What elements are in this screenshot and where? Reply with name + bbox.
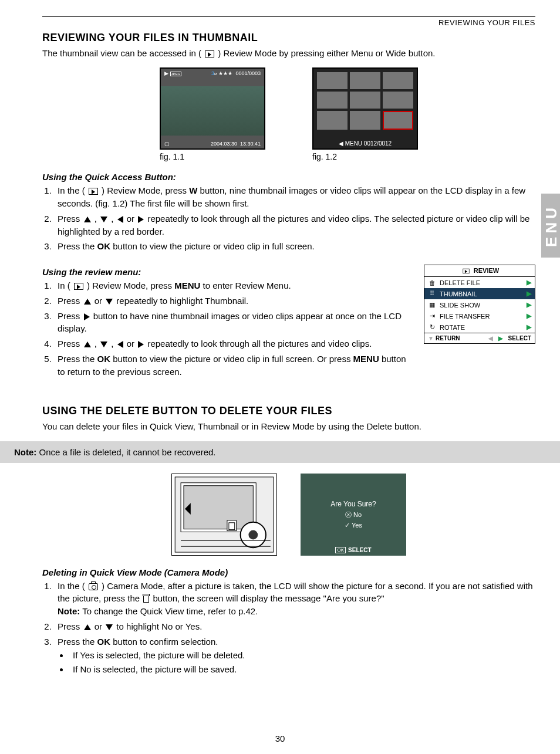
up-icon <box>84 624 91 630</box>
section-intro: The thumbnail view can be accessed in ( … <box>42 48 535 59</box>
step: In the ( ) Camera Mode, after a picture … <box>54 580 535 618</box>
figure-1-1: ▶ JPEG 3M ★★★ 0001/0003 ▢ 2004:03:30 13:… <box>160 67 265 150</box>
up-icon <box>84 299 91 305</box>
left-icon <box>117 341 123 348</box>
down-icon <box>106 299 113 305</box>
down-icon <box>100 217 107 222</box>
svg-rect-6 <box>227 520 237 530</box>
figure-caption-1-2: fig. 1.2 <box>312 152 418 161</box>
play-icon <box>74 283 83 290</box>
step: Press button to have nine thumbnail imag… <box>54 310 412 336</box>
delete-figures: Are You Sure? ⓧ No ✓ Yes OKSELECT <box>42 474 535 556</box>
figure-caption-1-1: fig. 1.1 <box>160 152 265 161</box>
step: Press or to highlight No or Yes. <box>54 620 535 633</box>
section-title-delete: USING THE DELETE BUTTON TO DELETE YOUR F… <box>42 405 535 417</box>
steps-quick-access: In the ( ) Review Mode, press W button, … <box>42 184 535 253</box>
page-number: 30 <box>0 733 560 743</box>
up-icon <box>84 217 91 222</box>
camera-icon <box>89 583 98 590</box>
section-title-thumbnail: REVIEWING YOUR FILES IN THUMBNAIL <box>42 32 535 44</box>
review-menu-item: ⠿THUMBNAIL▶ <box>424 288 535 299</box>
running-head: REVIEWING YOUR FILES <box>42 16 535 27</box>
play-icon <box>205 50 214 58</box>
left-icon <box>117 216 123 223</box>
note-bar: Note: Once a file is deleted, it cannot … <box>0 441 560 463</box>
step: Press the OK button to view the picture … <box>54 353 412 378</box>
review-menu-title: REVIEW <box>424 265 535 277</box>
step: In ( ) Review Mode, press MENU to enter … <box>54 279 412 292</box>
trash-icon <box>143 596 149 603</box>
review-menu-item: 🗑DELETE FILE▶ <box>424 277 535 288</box>
right-icon <box>138 216 144 223</box>
review-menu-item: ↻ROTATE▶ <box>424 322 535 333</box>
step: Press the OK button to view the picture … <box>54 240 535 253</box>
subhead-quick-access: Using the Quick Access Button: <box>42 172 535 182</box>
language-tab: ENU <box>541 194 560 258</box>
down-icon <box>106 624 113 630</box>
bullet: If Yes is selected, the picture will be … <box>69 649 535 662</box>
review-menu-item: ⇥FILE TRANSFER▶ <box>424 310 535 322</box>
up-icon <box>84 342 91 347</box>
step: Press the OK button to confirm selection… <box>54 635 535 676</box>
subhead-deleting-quickview: Deleting in Quick View Mode (Camera Mode… <box>42 567 535 577</box>
figure-row-1: ▶ JPEG 3M ★★★ 0001/0003 ▢ 2004:03:30 13:… <box>42 67 535 161</box>
steps-deleting: In the ( ) Camera Mode, after a picture … <box>42 580 535 676</box>
play-icon <box>89 188 98 195</box>
figure-1-2: ◀ MENU 0012/0012 <box>312 67 418 150</box>
right-icon <box>84 313 90 320</box>
steps-review-menu: In ( ) Review Mode, press MENU to enter … <box>42 279 412 378</box>
subhead-review-menu: Using the review menu: <box>42 267 412 277</box>
camera-body-figure <box>171 474 277 556</box>
step: Press , , or repeatedly to look through … <box>54 337 412 350</box>
bullet: If No is selected, the picture will be s… <box>69 663 535 676</box>
section2-intro: You can delete your files in Quick View,… <box>42 421 535 432</box>
right-icon <box>138 341 144 348</box>
down-icon <box>100 342 107 347</box>
review-menu-box: REVIEW 🗑DELETE FILE▶⠿THUMBNAIL▶▦SLIDE SH… <box>424 265 535 344</box>
step: In the ( ) Review Mode, press W button, … <box>54 184 535 210</box>
svg-point-4 <box>248 530 258 539</box>
step: Press or repeatedly to highlight Thumbna… <box>54 295 412 307</box>
svg-rect-2 <box>184 485 253 529</box>
confirm-dialog-figure: Are You Sure? ⓧ No ✓ Yes OKSELECT <box>301 474 406 556</box>
review-menu-item: ▦SLIDE SHOW▶ <box>424 299 535 310</box>
step: Press , , or repeatedly to look through … <box>54 212 535 238</box>
